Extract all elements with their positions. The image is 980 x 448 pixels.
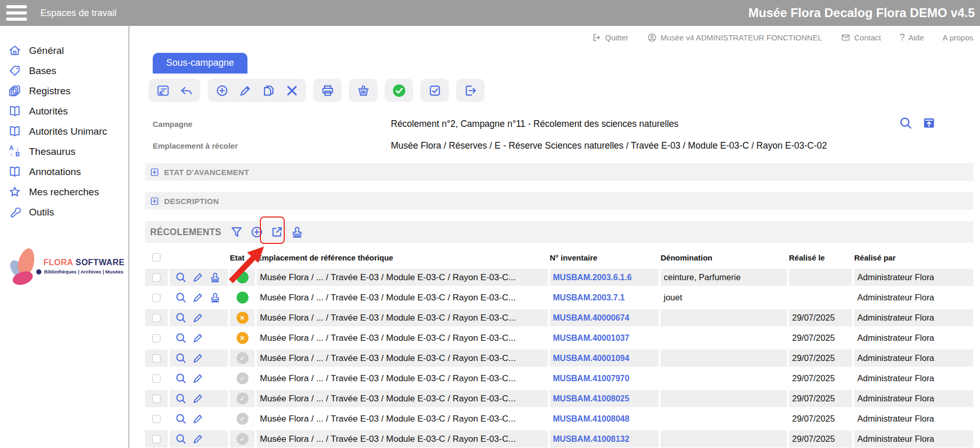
row-stamp-icon[interactable]	[209, 292, 221, 304]
row-search-icon[interactable]	[175, 393, 187, 404]
row-search-icon[interactable]	[175, 332, 187, 344]
row-checkbox[interactable]	[152, 374, 160, 383]
sidebar-item-annotations[interactable]: Annotations	[8, 162, 128, 182]
row-checkbox[interactable]	[152, 395, 160, 403]
row-search-icon[interactable]	[175, 271, 187, 283]
sidebar-item-bases[interactable]: Bases	[8, 61, 128, 81]
top-bar: Espaces de travail Musée Flora Decalog F…	[0, 0, 980, 26]
row-search-icon[interactable]	[175, 433, 187, 445]
inventory-link[interactable]: MUSBAM.41008025	[553, 394, 630, 403]
app-title: Musée Flora Decalog Flora DEMO v4.5	[749, 6, 975, 20]
contact-link[interactable]: Contact	[841, 33, 881, 42]
row-search-icon[interactable]	[175, 372, 187, 384]
sidebar-item-general[interactable]: Général	[8, 40, 128, 61]
inventory-link[interactable]: MUSBAM.41007970	[553, 374, 630, 383]
realise-par-cell: Administrateur Flora	[854, 410, 973, 427]
filter-button[interactable]	[229, 225, 243, 239]
table-row: ✓ Musée Flora / ... / Travée E-03 / Modu…	[145, 390, 973, 407]
undo-button[interactable]	[179, 83, 193, 97]
inventory-link[interactable]: MUSBAM.40001094	[553, 354, 630, 363]
row-edit-icon[interactable]	[192, 393, 204, 404]
user-icon	[647, 33, 657, 42]
quitter-link[interactable]: Quitter	[592, 33, 628, 42]
inventory-link[interactable]: MUSBAM.2003.6.1.6	[553, 273, 632, 282]
add-button[interactable]	[215, 83, 229, 97]
user-account-link[interactable]: Musée v4 ADMINISTRATEUR FONCTIONNEL	[647, 33, 822, 42]
row-search-icon[interactable]	[175, 312, 187, 324]
sidebar-item-thesaurus[interactable]: A↓↑B Thesaurus	[8, 141, 128, 162]
realise-le-cell: 29/07/2025	[789, 350, 852, 367]
row-edit-icon[interactable]	[192, 292, 204, 304]
section-description[interactable]: DESCRIPTION	[145, 192, 973, 210]
sidebar-item-registres[interactable]: Registres	[8, 81, 128, 101]
status-icon: ✕	[237, 312, 248, 324]
realise-par-cell: Administrateur Flora	[854, 430, 973, 447]
row-edit-icon[interactable]	[192, 332, 204, 344]
status-icon	[237, 271, 248, 283]
row-edit-icon[interactable]	[192, 413, 204, 425]
open-window-button[interactable]	[922, 116, 936, 130]
edit-button[interactable]	[238, 83, 252, 97]
denomination-cell	[661, 370, 787, 387]
table-row: ✕ Musée Flora / ... / Travée E-03 / Modu…	[145, 329, 973, 346]
thesaurus-ab-icon: A↓↑B	[8, 145, 21, 158]
realise-le-cell	[789, 269, 852, 286]
aide-link[interactable]: ? Aide	[900, 32, 924, 43]
section-etat-avancement[interactable]: ETAT D'AVANCEMENT	[145, 163, 973, 181]
row-edit-icon[interactable]	[192, 352, 204, 364]
denomination-cell: jouet	[661, 289, 787, 306]
delete-button[interactable]	[285, 83, 299, 97]
row-search-icon[interactable]	[175, 292, 187, 304]
row-checkbox[interactable]	[152, 273, 160, 282]
table-row: ✓ Musée Flora / ... / Travée E-03 / Modu…	[145, 430, 973, 447]
export-button[interactable]	[463, 83, 477, 97]
row-checkbox[interactable]	[152, 354, 160, 363]
row-checkbox[interactable]	[152, 415, 160, 423]
inventory-link[interactable]: MUSBAM.40000674	[553, 313, 630, 323]
inventory-link[interactable]: MUSBAM.40001037	[553, 334, 630, 343]
denomination-cell: ceinture, Parfumerie	[661, 269, 787, 286]
basket-button[interactable]	[356, 83, 370, 97]
row-checkbox[interactable]	[152, 314, 160, 322]
form-search-button[interactable]	[156, 83, 170, 97]
emplacement-value: Musée Flora / Réserves / E - Réserve Sci…	[391, 140, 827, 151]
row-checkbox[interactable]	[152, 294, 160, 302]
row-search-icon[interactable]	[175, 413, 187, 425]
hamburger-menu-icon[interactable]	[6, 5, 29, 21]
realise-par-cell: Administrateur Flora	[854, 289, 973, 306]
row-edit-icon[interactable]	[192, 433, 204, 445]
search-campagne-button[interactable]	[899, 116, 913, 130]
sidebar-item-autorites-unimarc[interactable]: Autorités Unimarc	[8, 121, 128, 141]
emplacement-cell: Musée Flora / ... / Travée E-03 / Module…	[257, 370, 548, 387]
external-link-button[interactable]	[270, 225, 284, 239]
row-edit-icon[interactable]	[192, 372, 204, 384]
inventory-link[interactable]: MUSBAM.2003.7.1	[553, 293, 625, 302]
row-stamp-icon[interactable]	[209, 271, 221, 283]
row-checkbox[interactable]	[152, 334, 160, 342]
sidebar-item-mes-recherches[interactable]: Mes recherches	[8, 182, 128, 202]
recolements-title: RÉCOLEMENTS	[150, 227, 221, 238]
validate-button[interactable]	[392, 83, 406, 97]
open-book-icon	[8, 165, 21, 178]
sidebar-item-autorites[interactable]: Autorités	[8, 101, 128, 121]
row-search-icon[interactable]	[175, 352, 187, 364]
row-checkbox[interactable]	[152, 435, 160, 443]
inventory-link[interactable]: MUSBAM.41008048	[553, 414, 630, 424]
sidebar-item-outils[interactable]: Outils	[8, 202, 128, 222]
print-button[interactable]	[320, 83, 334, 97]
stamp-button[interactable]	[290, 225, 304, 239]
status-icon: ✓	[237, 433, 248, 445]
copy-button[interactable]	[261, 83, 275, 97]
emplacement-cell: Musée Flora / ... / Travée E-03 / Module…	[257, 430, 548, 447]
row-edit-icon[interactable]	[192, 312, 204, 324]
row-edit-icon[interactable]	[192, 271, 204, 283]
select-all-checkbox[interactable]	[152, 253, 160, 262]
table-row: ✕ Musée Flora / ... / Travée E-03 / Modu…	[145, 309, 973, 326]
add-recolement-button[interactable]	[250, 225, 264, 239]
inventory-link[interactable]: MUSBAM.41008132	[553, 435, 630, 444]
green-check-icon	[392, 84, 406, 97]
apropos-link[interactable]: A propos	[943, 33, 973, 42]
tab-sous-campagne[interactable]: Sous-campagne	[153, 53, 247, 74]
select-checkbox-button[interactable]	[428, 83, 442, 97]
workspace-label: Espaces de travail	[40, 8, 116, 19]
